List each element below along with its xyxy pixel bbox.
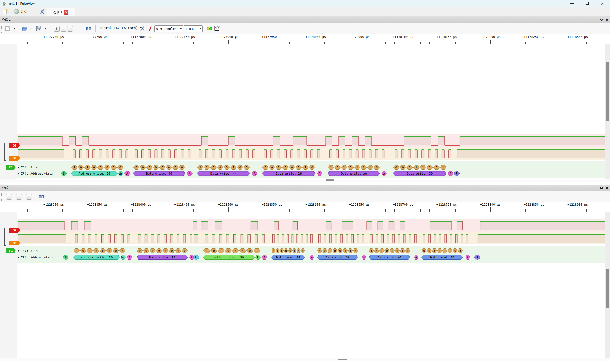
vertical-scrollbar[interactable] [605, 44, 610, 179]
undock-icon[interactable] [599, 187, 603, 190]
ruler-minor-tick [150, 42, 150, 44]
i2c-bit-annotation-label: 0 [453, 249, 457, 253]
ruler-minor-tick [167, 209, 167, 211]
row-expand-arrow[interactable] [18, 172, 19, 175]
toolbar-drag-handle[interactable] [1, 25, 2, 33]
ruler-minor-tick [385, 209, 386, 211]
ruler-time-label: +1178150 μs [428, 35, 466, 39]
i2c-ack-annotation-label: A [317, 171, 322, 176]
main-toolbar: 开始 会话 1 ✕ [0, 7, 610, 16]
ruler-time-label: +1228600 μs [297, 203, 335, 206]
zoom-out-button[interactable] [61, 26, 66, 32]
add-decoder-button[interactable] [206, 26, 213, 31]
sample-count-combo[interactable]: 5 M samples [155, 26, 183, 32]
decoder-band [17, 246, 606, 262]
vertical-scrollbar[interactable] [605, 212, 610, 358]
i2c-bit-annotation-label: 0 [405, 249, 410, 253]
chevron-down-icon [30, 28, 32, 29]
i2c-byte-annotation-label: Data write: 44 [197, 171, 250, 176]
ruler-major-tick [359, 39, 359, 44]
close-button[interactable]: × [595, 0, 610, 7]
panel-close-icon[interactable]: × [606, 186, 608, 190]
ruler-minor-tick [150, 209, 150, 211]
ruler-minor-tick [132, 42, 133, 44]
decoder-tag-i2c[interactable]: I²C [6, 248, 16, 253]
ruler-minor-tick [27, 42, 28, 44]
toolbar-drag-handle[interactable] [1, 193, 2, 201]
new-view-dropdown[interactable] [13, 28, 15, 29]
i2c-bit-annotation-label: 1 [369, 249, 373, 253]
logic-traces [17, 134, 606, 160]
add-math-signal-button[interactable]: f(x) [213, 26, 220, 32]
scrollbar-handle[interactable] [326, 179, 334, 181]
i2c-bit-annotation-label: 0 [318, 249, 322, 253]
minimize-icon [570, 3, 573, 4]
ruler-time-label: +1228700 μs [384, 203, 422, 206]
ruler-minor-tick [368, 209, 368, 211]
scrollbar-handle[interactable] [338, 359, 347, 360]
undock-icon[interactable] [599, 19, 603, 21]
horizontal-scrollbar[interactable] [0, 358, 610, 361]
ruler-minor-tick [36, 209, 37, 211]
channel-tag-d2[interactable]: D2 [9, 228, 20, 233]
zoom-in-button[interactable] [54, 26, 60, 32]
horizontal-scrollbar[interactable] [0, 179, 610, 182]
scrollbar-handle[interactable] [606, 269, 609, 308]
row-expand-arrow[interactable] [18, 250, 19, 252]
decoder-tag-i2c[interactable]: I²C [6, 165, 16, 169]
scrollbar-handle[interactable] [606, 62, 609, 121]
new-view-button[interactable] [5, 26, 11, 31]
panel-title-bar: 会话 1 × [0, 185, 610, 191]
save-dropdown[interactable] [44, 28, 46, 29]
ruler-minor-tick [45, 209, 45, 211]
device-label: sigrok FX2 LA (8ch) [100, 26, 138, 30]
channel-tag-d3[interactable]: D3 [9, 156, 20, 161]
ruler-minor-tick [351, 42, 351, 44]
zoom-out-button[interactable] [16, 194, 22, 200]
sample-rate-combo[interactable]: 1 MHz [184, 26, 203, 32]
ruler-time-label: +1228650 μs [340, 203, 378, 206]
ruler-minor-tick [394, 42, 395, 44]
i2c-byte-annotation: Data write: 00 [133, 171, 185, 176]
decoder-view-button[interactable] [38, 194, 45, 199]
zoom-fit-button[interactable] [26, 194, 32, 200]
ruler-minor-tick [281, 42, 281, 44]
row-expand-arrow[interactable] [18, 166, 19, 169]
i2c-byte-annotation: Data read: 44 [271, 255, 305, 260]
channel-group-bracket[interactable] [4, 228, 6, 246]
ruler-minor-tick [106, 42, 106, 44]
device-selector[interactable]: sigrok FX2 LA (8ch) [100, 26, 142, 30]
i2c-bit-annotation-label: 1 [328, 249, 332, 253]
channels-button[interactable] [148, 26, 153, 31]
channel-tag-d2[interactable]: D2 [9, 143, 20, 148]
ruler-minor-tick [115, 209, 115, 211]
tab-close-icon[interactable]: ✕ [64, 10, 68, 14]
open-button[interactable] [21, 26, 28, 32]
i2c-rw-annotation-label: Wr [119, 171, 123, 176]
row-expand-arrow[interactable] [18, 256, 19, 259]
open-dropdown[interactable] [30, 28, 32, 29]
ruler-minor-tick [115, 42, 115, 44]
minimize-button[interactable] [564, 0, 580, 7]
channel-group-bracket[interactable] [4, 143, 6, 161]
i2c-ack-annotation-label: A [382, 171, 386, 176]
device-config-button[interactable] [139, 26, 145, 31]
settings-button[interactable] [38, 8, 46, 15]
save-button[interactable] [36, 26, 42, 32]
i2c-byte-annotation-label: Data write: 00 [133, 171, 185, 176]
panel-title: 会话 1 [2, 18, 11, 22]
zoom-in-button[interactable] [6, 194, 12, 200]
session-tab[interactable]: 会话 1 ✕ [47, 8, 75, 16]
run-button[interactable]: 开始 [13, 8, 36, 15]
new-session-button[interactable] [1, 8, 9, 15]
decoder-view-button[interactable] [85, 26, 92, 31]
open-folder-icon [21, 26, 28, 32]
zoom-fit-button[interactable] [67, 26, 73, 32]
panel-close-icon[interactable]: × [606, 18, 608, 22]
restore-button[interactable] [580, 0, 595, 7]
ruler-major-tick [403, 39, 403, 44]
ruler-minor-tick [499, 209, 499, 211]
ruler-minor-tick [281, 209, 281, 211]
channel-tag-d3[interactable]: D3 [9, 241, 20, 245]
i2c-byte-annotation: Data write: 44 [197, 171, 250, 176]
